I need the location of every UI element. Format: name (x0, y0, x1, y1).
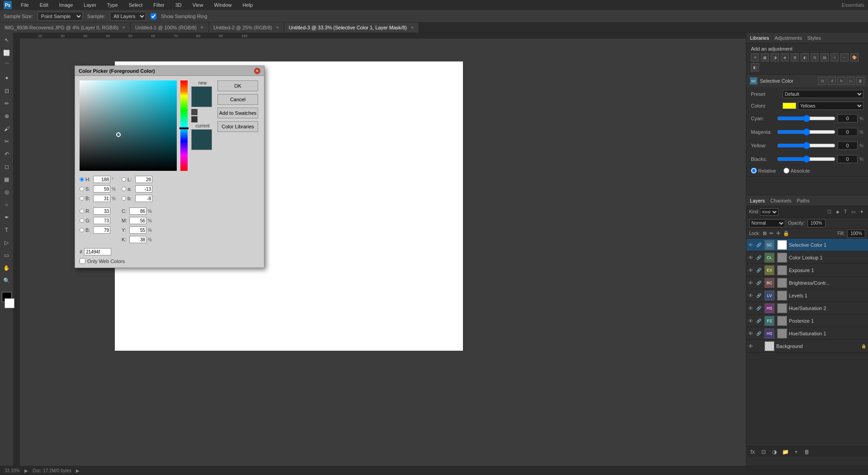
cp-h-input[interactable] (93, 176, 110, 183)
adj-icon-4[interactable]: ◈ (781, 53, 789, 61)
filter-text[interactable]: T (842, 208, 849, 215)
layer-new-btn[interactable]: + (792, 448, 800, 456)
layer-link-4[interactable]: 🔗 (756, 293, 763, 298)
layer-link-3[interactable]: 🔗 (756, 281, 763, 285)
cp-b3-input[interactable] (135, 195, 152, 202)
layer-link-7[interactable]: 🔗 (756, 331, 763, 336)
cp-close-button[interactable]: ✕ (254, 68, 260, 74)
tool-wand[interactable]: ✦ (1, 72, 13, 84)
blend-mode-select[interactable]: Normal (749, 219, 785, 227)
menu-window[interactable]: Window (212, 1, 233, 9)
tool-hand[interactable]: ✋ (1, 262, 13, 274)
filter-adj[interactable]: ◈ (834, 208, 841, 215)
cp-r-input[interactable] (93, 207, 110, 215)
menu-edit[interactable]: Edit (38, 1, 50, 9)
tool-pen[interactable]: ✒ (1, 212, 13, 223)
layer-delete-btn[interactable]: 🗑 (803, 448, 811, 456)
adj-icon-2[interactable]: ▦ (761, 53, 769, 61)
cp-b-input[interactable] (93, 195, 110, 202)
colors-select[interactable]: Yellows (798, 102, 863, 110)
cp-extra-btn-1[interactable] (191, 109, 198, 115)
tool-shape[interactable]: ▭ (1, 249, 13, 261)
tab-1[interactable]: Untitled-1 @ 100% (RGB/8) ✕ (131, 23, 209, 33)
layer-link-1[interactable]: 🔗 (756, 255, 763, 260)
layer-link-5[interactable]: 🔗 (756, 306, 763, 310)
tool-crop[interactable]: ⊡ (1, 85, 13, 97)
layer-link-0[interactable]: 🔗 (756, 243, 763, 247)
cp-add-to-swatches-button[interactable]: Add to Swatches (217, 108, 258, 118)
layer-eye-8[interactable]: 👁 (748, 343, 755, 349)
menu-filter[interactable]: Filter (151, 1, 166, 9)
tool-clone[interactable]: ✂ (1, 136, 13, 147)
yellow-slider[interactable] (777, 142, 835, 149)
cp-cancel-button[interactable]: Cancel (217, 94, 258, 105)
absolute-radio[interactable] (783, 168, 789, 174)
layer-row-levels[interactable]: 👁 🔗 LV Levels 1 (746, 289, 868, 302)
tab-0-close[interactable]: ✕ (122, 25, 126, 30)
styles-tab[interactable]: Styles (807, 35, 821, 41)
adj-icon-3[interactable]: ◑ (771, 53, 779, 61)
menu-view[interactable]: View (191, 1, 205, 9)
black-input[interactable]: 0 (837, 155, 858, 163)
adj-icon-10[interactable]: ⋯ (840, 53, 849, 61)
tab-3[interactable]: Untitled-3 @ 33.3% (Selective Color 1, L… (284, 23, 419, 33)
show-sampling-ring-checkbox[interactable] (151, 12, 156, 21)
yellow-input[interactable]: 0 (837, 141, 858, 150)
adj-icon-1[interactable]: ☀ (751, 53, 759, 61)
adj-icon-12[interactable]: ◧ (751, 63, 759, 71)
adj-icon-11[interactable]: 🎨 (850, 53, 859, 61)
layer-row-brightness[interactable]: 👁 🔗 BC Brightness/Contr... (746, 277, 868, 289)
lock-all[interactable]: 🔒 (783, 230, 789, 236)
layer-eye-1[interactable]: 👁 (748, 255, 755, 260)
layer-row-hue-sat-1[interactable]: 👁 🔗 HS Hue/Saturation 1 (746, 327, 868, 340)
sample-select[interactable]: All Layers (110, 12, 146, 21)
background-color[interactable] (5, 298, 14, 308)
cyan-slider[interactable] (777, 115, 835, 122)
cp-only-web-checkbox[interactable] (80, 258, 85, 264)
tab-0[interactable]: IMG_8938-Recovered.JPG @ 4% (Layer 0, RG… (0, 23, 131, 33)
adjustments-tab[interactable]: Adjustments (774, 35, 802, 41)
tool-heal[interactable]: ⊕ (1, 110, 13, 122)
cp-s-radio[interactable] (80, 187, 84, 191)
sc-btn-1[interactable]: ⊡ (818, 77, 826, 85)
cp-g-input[interactable] (93, 217, 110, 224)
sc-btn-3[interactable]: ↻ (837, 77, 845, 85)
tool-dodge[interactable]: ○ (1, 199, 13, 211)
fill-input[interactable] (847, 230, 865, 238)
tool-select-rect[interactable]: ⬜ (1, 47, 13, 59)
layer-eye-0[interactable]: 👁 (748, 242, 755, 248)
tab-2-close[interactable]: ✕ (276, 25, 279, 30)
cp-a-input[interactable] (135, 185, 152, 193)
adj-icon-6[interactable]: ◐ (801, 53, 809, 61)
tool-text[interactable]: T (1, 224, 13, 236)
adj-icon-8[interactable]: ▤ (821, 53, 829, 61)
sample-size-select[interactable]: Point Sample (38, 12, 83, 21)
layers-tab-paths[interactable]: Paths (797, 196, 810, 205)
cp-b2-radio[interactable] (80, 228, 84, 232)
layer-eye-4[interactable]: 👁 (748, 293, 755, 298)
tab-3-close[interactable]: ✕ (410, 25, 414, 30)
cp-m-input[interactable] (129, 217, 146, 224)
tool-lasso[interactable]: ⌒ (1, 60, 13, 71)
cp-l-input[interactable] (135, 176, 152, 183)
layer-link-6[interactable]: 🔗 (756, 319, 763, 323)
layer-row-posterize[interactable]: 👁 🔗 PZ Posterize 1 (746, 315, 868, 327)
layer-row-exposure[interactable]: 👁 🔗 EX Exposure 1 (746, 264, 868, 277)
adj-icon-5[interactable]: ⊞ (791, 53, 799, 61)
layer-eye-6[interactable]: 👁 (748, 318, 755, 324)
layer-row-hue-sat-2[interactable]: 👁 🔗 HS Hue/Saturation 2 (746, 302, 868, 315)
lock-transparent[interactable]: ⊠ (763, 230, 767, 236)
menu-file[interactable]: File (19, 1, 31, 9)
adj-icon-7[interactable]: ⊟ (811, 53, 819, 61)
tool-zoom[interactable]: 🔍 (1, 275, 13, 287)
tool-eyedropper[interactable]: ✏ (1, 98, 13, 109)
tool-history[interactable]: ↶ (1, 148, 13, 160)
menu-image[interactable]: Image (57, 1, 75, 9)
cp-extra-btn-2[interactable] (191, 116, 198, 122)
lock-pixels[interactable]: ✏ (769, 230, 774, 236)
relative-radio[interactable] (751, 168, 757, 174)
cp-hue-slider[interactable] (180, 80, 188, 171)
layers-tab-layers[interactable]: Layers (750, 196, 765, 205)
layer-adj-btn[interactable]: ◑ (770, 448, 778, 456)
tool-gradient[interactable]: ▦ (1, 174, 13, 185)
